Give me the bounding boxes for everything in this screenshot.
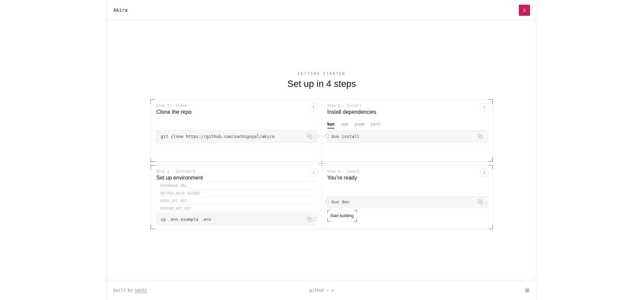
button-corner-mark bbox=[354, 210, 357, 213]
env-var-row: DATABASE_URL bbox=[156, 182, 317, 190]
copy-icon bbox=[478, 199, 483, 204]
step-number-badge: 2 bbox=[480, 103, 489, 111]
env-var-row: RESEND_API_KEY bbox=[156, 205, 317, 212]
footer-credit: built by sachi bbox=[113, 288, 147, 293]
step-number-badge: 1 bbox=[309, 103, 318, 111]
command-text: git clone https://github.com/sachigoyal/… bbox=[161, 134, 307, 139]
eyebrow-label: GETTING STARTED bbox=[107, 72, 536, 76]
footer-links: github ▪ x bbox=[107, 288, 536, 293]
header: Akira S bbox=[107, 0, 536, 20]
command-text: bun dev bbox=[332, 199, 478, 204]
avatar[interactable]: S bbox=[519, 5, 530, 16]
junction-notch bbox=[105, 278, 109, 282]
step-label: Step 1 — Clone bbox=[156, 104, 317, 107]
steps-row-1: Step 1 — Clone Clone the repo 1 git clon… bbox=[151, 99, 493, 162]
command-block: cp .env.example .env bbox=[156, 214, 317, 225]
steps-row-2: Step 3 — Configure Set up environment 3 … bbox=[151, 165, 493, 229]
step-label: Step 4 — Launch bbox=[327, 169, 488, 173]
step-card-clone: Step 1 — Clone Clone the repo 1 git clon… bbox=[151, 100, 322, 161]
x-link[interactable]: x bbox=[331, 288, 334, 293]
button-corner-mark bbox=[354, 219, 357, 221]
copy-command-button[interactable] bbox=[307, 217, 312, 222]
junction-notch bbox=[535, 18, 538, 22]
env-var-row: BETTER_AUTH_SECRET bbox=[156, 190, 317, 197]
step-title: Set up environment bbox=[156, 175, 317, 181]
env-var-list: DATABASE_URL BETTER_AUTH_SECRET DODO_API… bbox=[156, 182, 317, 212]
junction-notch bbox=[105, 18, 109, 22]
button-corner-mark bbox=[327, 210, 330, 213]
tab-bun[interactable]: bun bbox=[327, 122, 335, 129]
page-frame: Akira S GETTING STARTED Set up in 4 step… bbox=[107, 0, 537, 300]
built-by-text: built by bbox=[113, 288, 133, 293]
command-block: bun dev bbox=[327, 196, 488, 207]
author-link[interactable]: sachi bbox=[135, 288, 147, 293]
theme-toggle-button[interactable] bbox=[525, 288, 530, 293]
tab-yarn[interactable]: yarn bbox=[371, 122, 380, 129]
main-content: GETTING STARTED Set up in 4 steps Step 1… bbox=[107, 72, 536, 229]
tab-npm[interactable]: npm bbox=[341, 122, 348, 129]
avatar-initial: S bbox=[523, 8, 526, 13]
junction-notch bbox=[535, 278, 538, 282]
footer: built by sachi github ▪ x bbox=[107, 280, 536, 300]
step-card-launch: Step 4 — Launch You’re ready 4 bun dev bbox=[322, 165, 493, 229]
page-title: Set up in 4 steps bbox=[107, 79, 536, 89]
step-title: Install dependencies bbox=[327, 109, 488, 115]
command-text: bun install bbox=[332, 134, 478, 139]
copy-icon bbox=[478, 134, 483, 139]
copy-command-button[interactable] bbox=[307, 134, 312, 139]
step-number-badge: 3 bbox=[309, 168, 318, 177]
copy-icon bbox=[307, 134, 312, 139]
step-label: Step 3 — Configure bbox=[156, 169, 317, 173]
step-label: Step 2 — Install bbox=[327, 104, 488, 107]
command-block: git clone https://github.com/sachigoyal/… bbox=[156, 130, 317, 143]
start-building-button[interactable]: Start building bbox=[327, 210, 357, 221]
step-number-badge: 4 bbox=[480, 168, 489, 177]
logo[interactable]: Akira bbox=[113, 7, 127, 13]
step-title: You’re ready bbox=[327, 175, 488, 181]
sun-icon bbox=[525, 288, 530, 293]
github-link[interactable]: github bbox=[310, 288, 324, 293]
command-block: bun install bbox=[327, 130, 488, 143]
env-var-row: DODO_API_KEY bbox=[156, 197, 317, 205]
copy-icon bbox=[307, 217, 312, 222]
start-building-label: Start building bbox=[330, 213, 354, 218]
copy-command-button[interactable] bbox=[478, 134, 483, 139]
button-corner-mark bbox=[327, 219, 330, 221]
step-card-configure: Step 3 — Configure Set up environment 3 … bbox=[151, 165, 322, 229]
tab-pnpm[interactable]: pnpm bbox=[355, 122, 364, 129]
step-card-install: Step 2 — Install Install dependencies 2 … bbox=[322, 100, 493, 161]
step-title: Clone the repo bbox=[156, 109, 317, 115]
copy-command-button[interactable] bbox=[478, 199, 483, 204]
separator-square: ▪ bbox=[327, 289, 328, 292]
command-text: cp .env.example .env bbox=[161, 217, 307, 222]
package-manager-tabs: bun npm pnpm yarn bbox=[327, 122, 380, 129]
steps-grid: Step 1 — Clone Clone the repo 1 git clon… bbox=[151, 99, 493, 229]
